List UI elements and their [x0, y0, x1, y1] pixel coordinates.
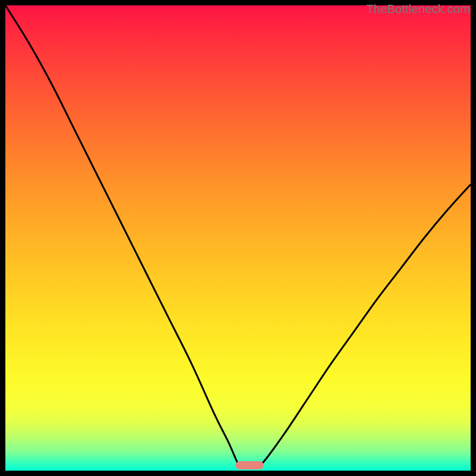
plot-area	[5, 5, 471, 471]
left-branch-curve	[5, 5, 243, 469]
right-branch-curve	[256, 184, 471, 469]
chart-container: TheBottleneck.com	[0, 0, 476, 476]
min-marker	[236, 461, 264, 469]
curve-svg	[5, 5, 471, 471]
watermark-text: TheBottleneck.com	[366, 2, 470, 16]
